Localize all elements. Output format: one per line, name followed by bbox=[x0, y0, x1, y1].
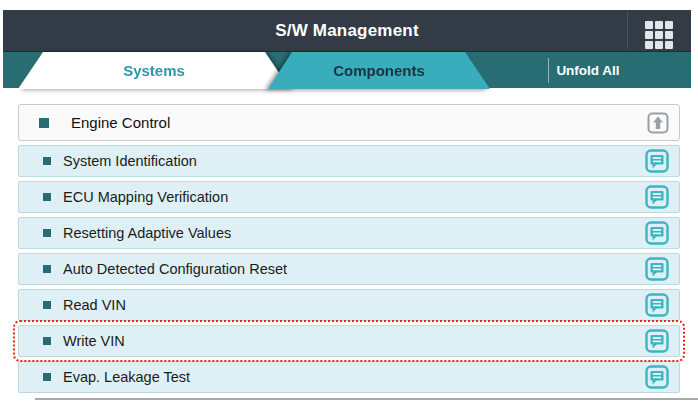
note-icon[interactable] bbox=[645, 221, 669, 245]
tab-systems[interactable]: Systems bbox=[18, 52, 290, 89]
collapse-up-icon[interactable] bbox=[647, 112, 669, 134]
bullet-icon bbox=[43, 373, 51, 381]
list-item-ecu-mapping-verification[interactable]: ECU Mapping Verification bbox=[18, 181, 680, 213]
note-icon[interactable] bbox=[645, 149, 669, 173]
list-group-engine-control[interactable]: Engine Control bbox=[18, 104, 680, 141]
note-icon[interactable] bbox=[645, 185, 669, 209]
item-label: Resetting Adaptive Values bbox=[63, 225, 645, 241]
item-label: Auto Detected Configuration Reset bbox=[63, 261, 645, 277]
apps-grid-icon[interactable] bbox=[643, 19, 675, 51]
tab-components[interactable]: Components bbox=[268, 52, 490, 89]
bullet-icon bbox=[43, 301, 51, 309]
title-bar: S/W Management bbox=[3, 10, 691, 51]
note-icon[interactable] bbox=[645, 257, 669, 281]
function-list: Engine Control System Identification ECU… bbox=[18, 104, 680, 397]
item-label: Evap. Leakage Test bbox=[63, 369, 645, 385]
list-item-system-identification[interactable]: System Identification bbox=[18, 145, 680, 177]
item-label: Read VIN bbox=[63, 297, 645, 313]
item-label: System Identification bbox=[63, 153, 645, 169]
bullet-icon bbox=[39, 118, 49, 128]
list-item-evap-leakage-test[interactable]: Evap. Leakage Test bbox=[18, 361, 680, 393]
app-window: S/W Management Unfold All Systems Compon… bbox=[3, 10, 691, 400]
list-item-write-vin[interactable]: Write VIN bbox=[18, 325, 680, 357]
page-title: S/W Management bbox=[275, 21, 419, 41]
screen-edge-line bbox=[35, 398, 698, 400]
list-item-read-vin[interactable]: Read VIN bbox=[18, 289, 680, 321]
tab-bar: Unfold All Systems Components bbox=[3, 51, 691, 88]
note-icon[interactable] bbox=[645, 329, 669, 353]
header-divider bbox=[627, 12, 628, 49]
bullet-icon bbox=[43, 157, 51, 165]
unfold-all-button[interactable]: Unfold All bbox=[513, 52, 663, 89]
group-label: Engine Control bbox=[71, 114, 647, 131]
item-label: Write VIN bbox=[63, 333, 645, 349]
item-label: ECU Mapping Verification bbox=[63, 189, 645, 205]
list-item-auto-detected-configuration-reset[interactable]: Auto Detected Configuration Reset bbox=[18, 253, 680, 285]
bullet-icon bbox=[43, 229, 51, 237]
bullet-icon bbox=[43, 193, 51, 201]
bullet-icon bbox=[43, 337, 51, 345]
bullet-icon bbox=[43, 265, 51, 273]
note-icon[interactable] bbox=[645, 365, 669, 389]
note-icon[interactable] bbox=[645, 293, 669, 317]
list-item-resetting-adaptive-values[interactable]: Resetting Adaptive Values bbox=[18, 217, 680, 249]
